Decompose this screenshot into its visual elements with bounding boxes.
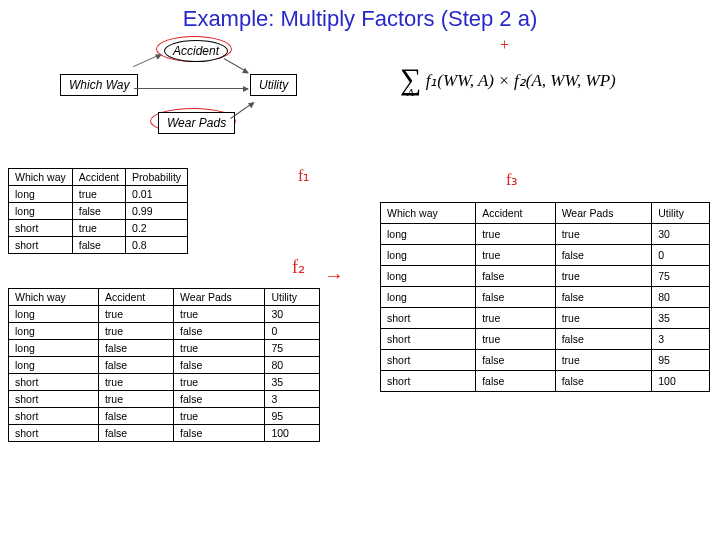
table-row: shortfalsetrue95 <box>381 350 710 371</box>
table-cell: short <box>9 391 99 408</box>
table-row: shortfalsefalse100 <box>9 425 320 442</box>
table-row: shorttruetrue35 <box>9 374 320 391</box>
t2-h3: Utility <box>265 289 320 306</box>
network-diagram: Accident Which Way Utility Wear Pads <box>60 40 320 150</box>
table-f1: Which way Accident Probability longtrue0… <box>8 168 188 254</box>
table-cell: false <box>476 371 556 392</box>
table-cell: long <box>9 306 99 323</box>
table-row: longtruefalse0 <box>381 245 710 266</box>
table-cell: false <box>174 425 265 442</box>
table-cell: false <box>555 245 652 266</box>
t2-h0: Which way <box>9 289 99 306</box>
table-cell: true <box>476 245 556 266</box>
table-cell: short <box>9 374 99 391</box>
t2-h2: Wear Pads <box>174 289 265 306</box>
table-row: longtrue0.01 <box>9 186 188 203</box>
table-cell: false <box>555 371 652 392</box>
table-cell: long <box>381 245 476 266</box>
table-cell: false <box>555 329 652 350</box>
formula-body: f₁(WW, A) × f₂(A, WW, WP) <box>426 71 616 90</box>
table-cell: 0.99 <box>126 203 188 220</box>
arrow-acc-util <box>224 58 249 73</box>
table-cell: long <box>381 224 476 245</box>
arrow-ww-util <box>134 88 248 89</box>
node-which-way: Which Way <box>60 74 138 96</box>
table-cell: 0 <box>652 245 710 266</box>
table-cell: true <box>72 186 125 203</box>
table-cell: short <box>9 408 99 425</box>
table-f3: Which way Accident Wear Pads Utility lon… <box>380 202 710 392</box>
table-row: shortfalsetrue95 <box>9 408 320 425</box>
table-cell: true <box>555 308 652 329</box>
table-cell: 0.01 <box>126 186 188 203</box>
slide-title: Example: Multiply Factors (Step 2 a) <box>0 6 720 32</box>
table-cell: true <box>72 220 125 237</box>
table-cell: 80 <box>652 287 710 308</box>
table-cell: short <box>381 350 476 371</box>
table-cell: long <box>9 357 99 374</box>
table-cell: false <box>174 391 265 408</box>
table-row: shorttrue0.2 <box>9 220 188 237</box>
hand-f2: f₂ <box>292 256 305 278</box>
table-row: longfalsefalse80 <box>381 287 710 308</box>
node-wear-pads: Wear Pads <box>158 112 235 134</box>
t1-h2: Probability <box>126 169 188 186</box>
table-cell: short <box>9 425 99 442</box>
table-cell: true <box>555 350 652 371</box>
table-cell: true <box>555 266 652 287</box>
t2-body: longtruetrue30longtruefalse0longfalsetru… <box>9 306 320 442</box>
t3-body: longtruetrue30longtruefalse0longfalsetru… <box>381 224 710 392</box>
table-cell: false <box>476 350 556 371</box>
table-cell: true <box>476 329 556 350</box>
table-cell: 0.8 <box>126 237 188 254</box>
table-cell: false <box>72 237 125 254</box>
table-cell: true <box>98 374 173 391</box>
hand-plus: + <box>500 36 509 54</box>
table-cell: 80 <box>265 357 320 374</box>
table-cell: false <box>72 203 125 220</box>
sigma-subscript: A <box>400 89 421 97</box>
sigma-icon: ∑A <box>400 68 421 97</box>
table-cell: true <box>476 224 556 245</box>
table-cell: 0.2 <box>126 220 188 237</box>
table-row: shortfalsefalse100 <box>381 371 710 392</box>
table-cell: 3 <box>265 391 320 408</box>
table-cell: 95 <box>265 408 320 425</box>
table-cell: false <box>98 340 173 357</box>
table-cell: long <box>9 186 73 203</box>
table-row: longfalsetrue75 <box>381 266 710 287</box>
hand-f1: f₁ <box>298 166 309 185</box>
t3-h2: Wear Pads <box>555 203 652 224</box>
table-cell: 0 <box>265 323 320 340</box>
table-cell: false <box>555 287 652 308</box>
table-cell: false <box>98 408 173 425</box>
table-cell: true <box>98 391 173 408</box>
table-cell: 75 <box>652 266 710 287</box>
t2-h1: Accident <box>98 289 173 306</box>
table-cell: 30 <box>265 306 320 323</box>
table-cell: true <box>174 340 265 357</box>
table-cell: false <box>476 287 556 308</box>
table-cell: 95 <box>652 350 710 371</box>
table-cell: 35 <box>265 374 320 391</box>
table-cell: short <box>381 329 476 350</box>
table-cell: long <box>381 266 476 287</box>
t3-h3: Utility <box>652 203 710 224</box>
table-row: shorttruefalse3 <box>9 391 320 408</box>
table-cell: false <box>174 323 265 340</box>
table-row: shortfalse0.8 <box>9 237 188 254</box>
t3-h0: Which way <box>381 203 476 224</box>
table-cell: true <box>174 374 265 391</box>
table-cell: 3 <box>652 329 710 350</box>
table-row: longfalsetrue75 <box>9 340 320 357</box>
table-cell: short <box>381 308 476 329</box>
hand-arrow-f2: → <box>324 264 344 287</box>
table-cell: long <box>9 323 99 340</box>
table-cell: short <box>381 371 476 392</box>
table-row: shorttruefalse3 <box>381 329 710 350</box>
table-cell: 100 <box>652 371 710 392</box>
table-cell: true <box>98 323 173 340</box>
table-cell: false <box>174 357 265 374</box>
arrow-wp-util <box>230 102 254 119</box>
hand-f3: f₃ <box>506 170 517 189</box>
